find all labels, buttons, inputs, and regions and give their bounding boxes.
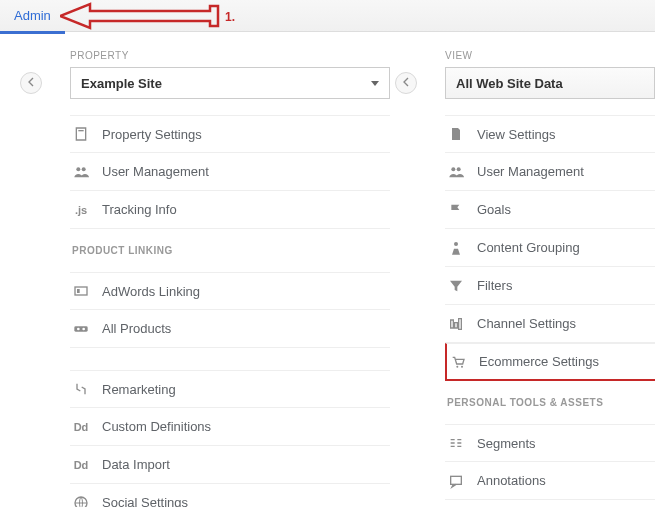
annotation-arrow (60, 2, 220, 30)
nav-view-user-management[interactable]: User Management (445, 153, 655, 191)
svg-point-7 (82, 327, 85, 330)
cart-icon (449, 353, 467, 371)
collapse-button-property[interactable] (20, 72, 42, 94)
remarketing-icon (72, 380, 90, 398)
nav-label: Annotations (477, 473, 546, 488)
section-product-linking: PRODUCT LINKING (72, 245, 365, 256)
svg-point-9 (451, 167, 455, 171)
property-select[interactable]: Example Site (70, 67, 390, 99)
nav-attribution-models[interactable]: Attribution Models (445, 500, 655, 507)
svg-point-12 (456, 365, 458, 367)
funnel-icon (447, 277, 465, 295)
admin-columns: PROPERTY Example Site Property Settings … (0, 32, 655, 507)
svg-point-1 (76, 167, 80, 171)
nav-remarketing[interactable]: Remarketing (70, 370, 390, 408)
nav-label: Remarketing (102, 382, 176, 397)
view-label: VIEW (445, 50, 655, 61)
nav-label: Content Grouping (477, 240, 580, 255)
nav-custom-definitions[interactable]: Dd Custom Definitions (70, 408, 390, 446)
nav-all-products[interactable]: All Products (70, 310, 390, 348)
svg-rect-3 (75, 287, 87, 295)
page-icon (447, 125, 465, 143)
svg-point-6 (77, 327, 80, 330)
chevron-left-icon (23, 74, 39, 93)
svg-point-8 (75, 497, 87, 508)
people-icon (72, 163, 90, 181)
nav-label: All Products (102, 321, 171, 336)
nav-goals[interactable]: Goals (445, 191, 655, 229)
document-icon (72, 125, 90, 143)
annotation-icon (447, 472, 465, 490)
view-select[interactable]: All Web Site Data (445, 67, 655, 99)
nav-label: Segments (477, 436, 536, 451)
globe-icon (72, 494, 90, 508)
adwords-icon (72, 282, 90, 300)
nav-filters[interactable]: Filters (445, 267, 655, 305)
view-select-value: All Web Site Data (456, 76, 563, 91)
nav-data-import[interactable]: Dd Data Import (70, 446, 390, 484)
nav-label: Tracking Info (102, 202, 177, 217)
nav-label: Property Settings (102, 127, 202, 142)
svg-point-10 (457, 167, 461, 171)
property-select-value: Example Site (81, 76, 162, 91)
infinity-icon (72, 320, 90, 338)
nav-social-settings[interactable]: Social Settings (70, 484, 390, 507)
nav-segments[interactable]: Segments (445, 424, 655, 462)
nav-annotations[interactable]: Annotations (445, 462, 655, 500)
dd-icon: Dd (72, 421, 90, 433)
svg-rect-14 (451, 476, 462, 484)
nav-label: Goals (477, 202, 511, 217)
svg-rect-4 (77, 289, 80, 293)
nav-label: View Settings (477, 127, 556, 142)
nav-label: Ecommerce Settings (479, 354, 599, 369)
nav-adwords-linking[interactable]: AdWords Linking (70, 272, 390, 310)
nav-tracking-info[interactable]: .js Tracking Info (70, 191, 390, 229)
nav-label: Data Import (102, 457, 170, 472)
people-icon (447, 163, 465, 181)
nav-property-settings[interactable]: Property Settings (70, 115, 390, 153)
section-personal-tools: PERSONAL TOOLS & ASSETS (447, 397, 655, 408)
segments-icon (447, 434, 465, 452)
tab-admin[interactable]: Admin (0, 0, 65, 34)
nav-label: Filters (477, 278, 512, 293)
caret-down-icon (371, 81, 379, 86)
view-column: VIEW All Web Site Data View Settings Use… (395, 50, 655, 507)
nav-label: Social Settings (102, 495, 188, 507)
topbar: Admin 1. (0, 0, 655, 32)
nav-content-grouping[interactable]: Content Grouping (445, 229, 655, 267)
property-column: PROPERTY Example Site Property Settings … (0, 50, 365, 507)
nav-label: AdWords Linking (102, 284, 200, 299)
svg-marker-0 (60, 4, 218, 28)
nav-channel-settings[interactable]: Channel Settings (445, 305, 655, 343)
nav-label: User Management (102, 164, 209, 179)
flag-icon (447, 201, 465, 219)
nav-label: Channel Settings (477, 316, 576, 331)
js-icon: .js (72, 204, 90, 216)
nav-ecommerce-settings[interactable]: Ecommerce Settings (445, 343, 655, 381)
svg-point-13 (461, 365, 463, 367)
nav-view-settings[interactable]: View Settings (445, 115, 655, 153)
channel-icon (447, 315, 465, 333)
svg-point-2 (82, 167, 86, 171)
annotation-1: 1. (225, 10, 235, 24)
nav-label: User Management (477, 164, 584, 179)
collapse-button-view[interactable] (395, 72, 417, 94)
svg-point-11 (454, 242, 458, 246)
property-label: PROPERTY (70, 50, 365, 61)
dd-icon: Dd (72, 459, 90, 471)
person-icon (447, 239, 465, 257)
chevron-left-icon (398, 74, 414, 93)
nav-user-management[interactable]: User Management (70, 153, 390, 191)
nav-label: Custom Definitions (102, 419, 211, 434)
svg-rect-5 (74, 326, 87, 331)
